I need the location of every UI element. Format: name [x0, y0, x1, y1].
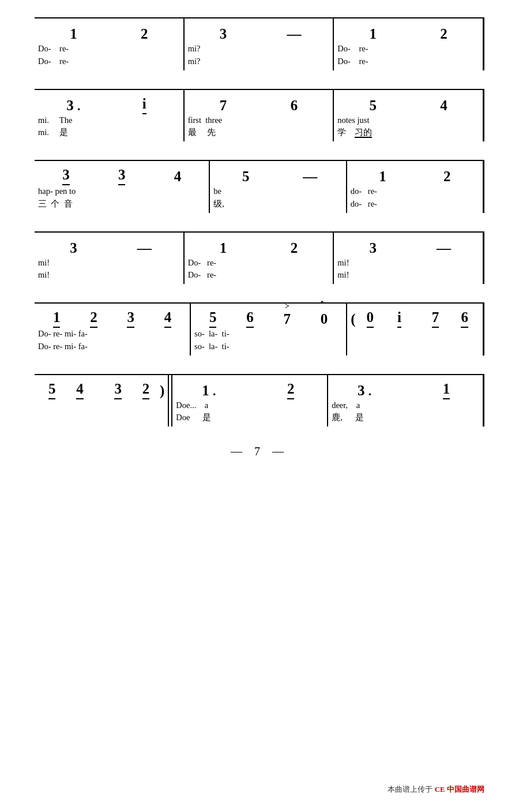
- beat: ̂ 0: [306, 311, 343, 328]
- note-num: 5: [48, 381, 56, 399]
- note-num: 1: [443, 381, 450, 399]
- beat: —: [109, 240, 180, 257]
- note-num: 0: [367, 309, 374, 328]
- beat: 1: [413, 381, 479, 399]
- beat: 6: [231, 309, 268, 328]
- beat: 1 .: [176, 383, 242, 399]
- lyric-cn: 学 习的: [337, 126, 479, 139]
- note-num: 2: [287, 381, 295, 399]
- note-num: 7: [432, 309, 439, 328]
- measure-3-1: 3 3 4 hap- pen to 三 个 音: [35, 161, 209, 213]
- beat: 3: [104, 381, 132, 399]
- note-num: 2: [142, 381, 150, 399]
- lyric-en: [351, 328, 479, 340]
- beat: i: [109, 96, 180, 114]
- note-num: 2: [141, 26, 148, 43]
- beat: 4: [66, 381, 93, 399]
- note-num-underlined: i: [142, 96, 146, 114]
- lyric-en: mi!: [38, 257, 180, 270]
- measure-5-3: ( 0 i 7 6: [347, 304, 483, 356]
- measure-6-2: 1 . 2 Doe... a Doe 是: [172, 375, 327, 427]
- system-1: 1 2 Do- re- Do- re- 3 —: [35, 17, 484, 70]
- beat: 3: [112, 309, 149, 328]
- system-4: 3 — mi! mi! 1 2: [35, 231, 484, 285]
- beat: 1: [337, 26, 408, 43]
- measure-2-3: 5 4 notes just 学 习的: [334, 90, 483, 142]
- lyric-en: deer, a: [332, 399, 479, 412]
- bar-end: [483, 304, 484, 356]
- measure-4-3: 3 — mi! mi!: [334, 233, 483, 285]
- lyric-en: first three: [188, 114, 330, 127]
- note-num: 4: [76, 381, 84, 399]
- beat: 7: [421, 309, 450, 328]
- lyric-cn: [351, 340, 479, 353]
- note-num: 5: [370, 98, 377, 114]
- note-num-accented: > 7: [284, 311, 291, 328]
- beat: 2: [258, 381, 324, 399]
- note-num: 5: [209, 309, 217, 328]
- lyric-en: mi?: [188, 43, 330, 55]
- beat: 4: [149, 309, 186, 328]
- note-dash: —: [287, 26, 301, 43]
- system-1-body: 1 2 Do- re- Do- re- 3 —: [35, 18, 484, 70]
- measure-2-1: 3 . i mi. The mi. 是: [35, 90, 183, 142]
- beat: 6: [259, 98, 330, 114]
- beat: 1: [38, 309, 75, 328]
- lyric-en: be: [213, 185, 342, 198]
- lyric-en: Do- re-: [38, 43, 180, 55]
- note-num: 2: [440, 26, 447, 43]
- lyric-cn: Do- re-: [38, 55, 180, 68]
- note-dash: —: [137, 240, 152, 257]
- beat: 3 .: [38, 98, 109, 114]
- beat: 4: [408, 98, 479, 114]
- note-num: 3: [220, 26, 227, 43]
- measure-6-1: 5 4 3 2 ): [35, 375, 168, 427]
- lyric-en: do- re-: [351, 185, 479, 198]
- note-num: 7: [220, 98, 227, 114]
- lyric-cn: Do- re-: [337, 55, 479, 68]
- note-num: 3: [127, 309, 134, 328]
- beat: 3: [337, 240, 408, 257]
- system-5-body: 1 2 3 4 Do- re- mi- fa- Do- re- mi- fa-: [35, 304, 484, 356]
- note-num: 1: [370, 26, 377, 43]
- beat: 5: [337, 98, 408, 114]
- lyric-cn: 最 先: [188, 126, 330, 139]
- beat: 2: [259, 240, 330, 257]
- lyric-cn: mi?: [188, 55, 330, 68]
- note-num: 3: [70, 240, 77, 257]
- system-6-body: 5 4 3 2 ): [35, 375, 484, 427]
- beat: 6: [450, 309, 479, 328]
- open-paren: (: [351, 311, 355, 328]
- note-num: 1: [220, 240, 227, 257]
- note-num: 2: [291, 240, 298, 257]
- footer-brand: CE 中国曲谱网: [435, 785, 484, 794]
- lyric-en: mi. The: [38, 114, 180, 127]
- beat: —: [259, 26, 330, 43]
- beat: 5: [213, 169, 278, 185]
- close-paren: ): [160, 383, 164, 399]
- beat: 4: [150, 169, 206, 185]
- beat: 7: [188, 98, 259, 114]
- lyric-cn: 鹿, 是: [332, 411, 479, 424]
- lyric-en: so- la- ti-: [194, 328, 343, 340]
- measure-4-2: 1 2 Do- re- Do- re-: [185, 233, 333, 285]
- system-3: 3 3 4 hap- pen to 三 个 音 5: [35, 160, 484, 213]
- lyric-cn: mi. 是: [38, 126, 180, 139]
- note-num: 2: [90, 309, 97, 328]
- lyric-cn: so- la- ti-: [194, 340, 343, 353]
- note-num: 4: [164, 309, 172, 328]
- system-2: 3 . i mi. The mi. 是 7 6: [35, 89, 484, 142]
- lyric-en: Do- re- mi- fa-: [38, 328, 186, 340]
- lyric-cn: Doe 是: [176, 411, 324, 424]
- system-3-body: 3 3 4 hap- pen to 三 个 音 5: [35, 161, 484, 213]
- note-num: 6: [246, 309, 254, 328]
- beat: 2: [415, 169, 479, 185]
- measure-4-1: 3 — mi! mi!: [35, 233, 183, 285]
- measure-5-2: 5 6 > 7 ̂: [191, 304, 346, 356]
- beat: —: [278, 169, 343, 185]
- lyric-en: Do- re-: [188, 257, 330, 270]
- beat: 3: [94, 167, 150, 185]
- measure-1-3: 1 2 Do- re- Do- re-: [334, 18, 483, 70]
- note-num: 6: [461, 309, 468, 328]
- note-num: 3: [370, 240, 377, 257]
